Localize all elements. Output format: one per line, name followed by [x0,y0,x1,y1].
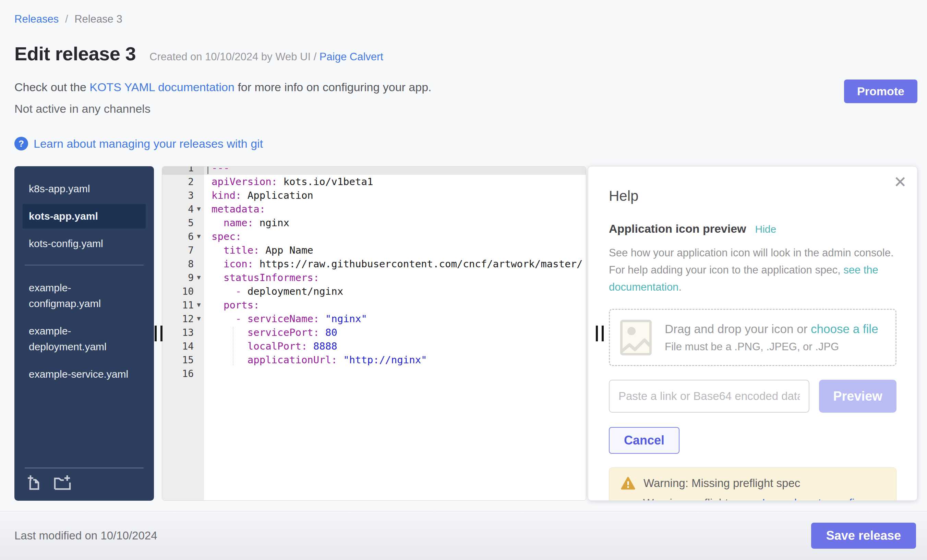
fold-arrow-icon[interactable]: ▼ [194,315,204,322]
code-line-12: - serviceName: "nginx" [204,312,586,326]
warning-triangle-icon [621,477,635,490]
docs-prefix: Check out the [14,80,90,94]
resize-bar [155,326,157,341]
hide-link[interactable]: Hide [755,223,777,235]
sidebar-bottom [23,468,146,492]
gutter-line-4: 4▼ [162,202,204,216]
fold-arrow-icon[interactable]: ▼ [194,301,204,309]
code-line-8: icon: https://raw.githubusercontent.com/… [204,257,586,271]
description-period: . [678,281,682,293]
save-release-button[interactable]: Save release [811,523,916,549]
drop-instruction: Drag and drop your icon or [665,322,811,335]
sidebar-editor-gap [154,166,162,501]
help-panel-title: Help [609,188,897,204]
icon-preview-description: See how your application icon will look … [609,244,897,296]
new-folder-button[interactable] [53,474,71,492]
promote-button[interactable]: Promote [844,79,917,103]
last-modified-text: Last modified on 10/10/2024 [14,529,157,542]
sidebar-file-kots-config.yaml[interactable]: kots-config.yaml [23,231,136,256]
code-line-15: applicationUrl: "http://nginx" [204,353,586,367]
resize-bar [596,326,598,341]
file-sidebar: k8s-app.yamlkots-app.yamlkots-config.yam… [14,166,154,501]
gutter-line-6: 6▼ [162,230,204,243]
cancel-button[interactable]: Cancel [609,427,679,454]
fold-arrow-icon[interactable]: ▼ [194,233,204,240]
git-row: ? Learn about managing your releases wit… [14,137,917,150]
file-group-divider [25,265,144,265]
sidebar-file-k8s-app.yaml[interactable]: k8s-app.yaml [23,176,136,201]
breadcrumb: Releases / Release 3 [14,13,917,25]
code-line-10: - deployment/nginx [204,284,586,298]
warning-detail-text: Warning preflight-spec. [643,496,762,501]
breadcrumb-current: Release 3 [74,13,122,25]
header-section: Releases / Release 3 Edit release 3 Crea… [0,0,927,501]
code-line-11: ports: [204,298,586,312]
new-file-button[interactable] [26,474,43,492]
file-list: k8s-app.yamlkots-app.yamlkots-config.yam… [23,176,146,389]
sidebar-file-example-configmap.yaml[interactable]: example-configmap.yaml [23,276,136,316]
created-text: Created on 10/10/2024 by Web UI / [149,51,319,63]
yaml-editor[interactable]: 1234▼56▼789▼1011▼12▼13141516 ---apiVersi… [162,166,586,501]
author-link[interactable]: Paige Calvert [319,51,383,63]
fold-arrow-icon[interactable]: ▼ [194,205,204,213]
choose-file-link[interactable]: choose a file [811,322,878,335]
text-cursor [207,167,208,174]
image-placeholder-icon [620,320,652,355]
gutter-line-14: 14 [162,339,204,353]
code-line-7: title: App Name [204,243,586,257]
code-line-2: apiVersion: kots.io/v1beta1 [204,175,586,188]
editor-gutter: 1234▼56▼789▼1011▼12▼13141516 [162,167,204,500]
code-line-9: statusInformers: [204,271,586,284]
sidebar-resize-handle[interactable] [155,326,163,341]
warning-detail: Warning preflight-spec. Learn how to con… [643,496,884,501]
resize-bar [602,326,604,341]
release-editor-page: Releases / Release 3 Edit release 3 Crea… [0,0,927,560]
main-row: k8s-app.yamlkots-app.yamlkots-config.yam… [14,166,917,501]
icon-url-input[interactable] [609,380,809,413]
editor-code-pane[interactable]: ---apiVersion: kots.io/v1beta1kind: Appl… [204,167,586,500]
sidebar-file-example-service.yaml[interactable]: example-service.yaml [23,362,136,387]
breadcrumb-separator: / [65,13,68,25]
breadcrumb-releases-link[interactable]: Releases [14,13,59,25]
close-icon[interactable]: ✕ [894,174,907,190]
file-type-hint: File must be a .PNG, .JPEG, or .JPG [665,341,878,353]
icon-preview-section-title: Application icon preview [609,222,746,235]
gutter-line-12: 12▼ [162,312,204,326]
gutter-line-2: 2 [162,175,204,188]
created-info: Created on 10/10/2024 by Web UI / Paige … [149,51,383,63]
fold-arrow-icon[interactable]: ▼ [194,274,204,281]
footer-bar: Last modified on 10/10/2024 Save release [0,511,927,560]
code-line-16 [204,367,586,380]
docs-line: Check out the KOTS YAML documentation fo… [14,80,917,94]
gutter-line-5: 5 [162,216,204,230]
gutter-line-16: 16 [162,367,204,380]
gutter-line-13: 13 [162,326,204,339]
help-panel-resize-handle[interactable] [596,326,604,341]
sidebar-file-example-deployment.yaml[interactable]: example-deployment.yaml [23,319,136,359]
icon-dropzone[interactable]: Drag and drop your icon or choose a file… [609,309,897,366]
gutter-line-7: 7 [162,243,204,257]
sidebar-file-kots-app.yaml[interactable]: kots-app.yaml [23,204,146,229]
warning-title: Warning: Missing preflight spec [643,477,800,490]
code-line-1: --- [204,167,586,175]
gutter-line-1: 1 [162,167,204,175]
code-line-14: localPort: 8888 [204,339,586,353]
title-row: Edit release 3 Created on 10/10/2024 by … [14,42,917,65]
kots-docs-link[interactable]: KOTS YAML documentation [90,80,234,94]
git-learn-link[interactable]: Learn about managing your releases with … [33,137,263,150]
preflight-warning: Warning: Missing preflight spec Warning … [609,467,897,501]
resize-bar [160,326,163,341]
code-line-13: servicePort: 80 [204,326,586,339]
code-line-5: name: nginx [204,216,586,230]
new-folder-icon [53,474,71,491]
configure-link[interactable]: Learn how to configure [762,496,877,501]
indent-guide [233,327,234,365]
sidebar-bottom-divider [25,468,144,468]
gutter-line-10: 10 [162,284,204,298]
code-line-6: spec: [204,230,586,243]
gutter-line-11: 11▼ [162,298,204,312]
page-title: Edit release 3 [14,42,136,65]
docs-suffix: for more info on configuring your app. [234,80,432,94]
preview-button[interactable]: Preview [819,380,897,413]
question-circle-icon: ? [14,137,28,150]
